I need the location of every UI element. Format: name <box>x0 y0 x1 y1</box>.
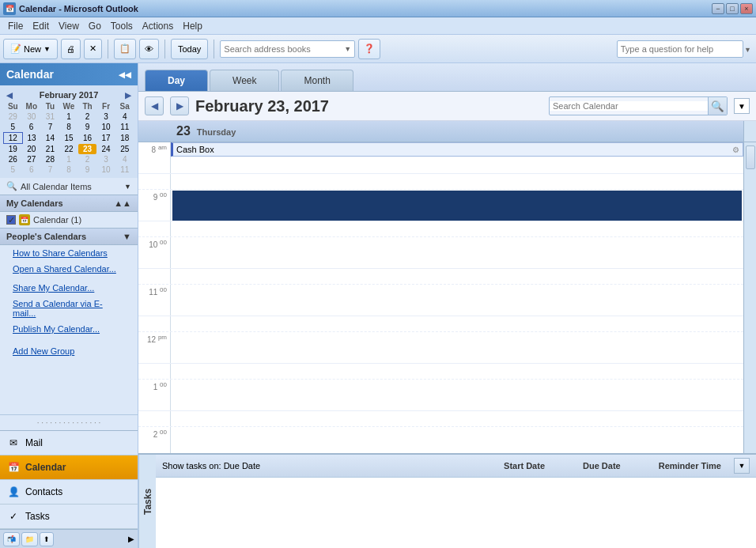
cal-day-5-next[interactable]: 5 <box>4 164 23 175</box>
cal-day-10[interactable]: 10 <box>96 122 115 133</box>
next-month-button[interactable]: ▶ <box>125 91 131 100</box>
menu-actions[interactable]: Actions <box>138 19 178 33</box>
day-cell-1pm[interactable] <box>170 380 743 410</box>
menu-edit[interactable]: Edit <box>28 19 54 33</box>
sidebar-config-icon[interactable]: ▶ <box>128 535 134 543</box>
cal-day-21[interactable]: 21 <box>41 144 60 155</box>
menu-help[interactable]: Help <box>178 19 207 33</box>
day-cell-11am[interactable] <box>170 285 743 316</box>
sidebar-collapse-button[interactable]: ◀◀ <box>119 70 131 79</box>
cal-day-7[interactable]: 7 <box>41 122 60 133</box>
scrollbar-thumb[interactable] <box>746 146 755 169</box>
tasks-expand-button[interactable]: ▼ <box>734 458 750 474</box>
cal-day-15[interactable]: 15 <box>59 133 78 144</box>
calendar-search-button[interactable]: 🔍 <box>708 96 727 115</box>
search-dropdown-icon[interactable]: ▼ <box>344 45 351 53</box>
tab-week[interactable]: Week <box>210 70 279 91</box>
address-book-search[interactable]: ▼ <box>220 40 355 58</box>
today-button[interactable]: Today <box>171 39 208 59</box>
cal-day-31-prev[interactable]: 31 <box>41 111 60 122</box>
new-button[interactable]: 📝 New ▼ <box>3 39 58 59</box>
minimize-button[interactable]: − <box>712 3 724 14</box>
cal-day-13[interactable]: 13 <box>22 133 41 144</box>
expand-button[interactable]: ▼ <box>734 98 750 114</box>
cal-day-18[interactable]: 18 <box>115 133 134 144</box>
cal-day-1[interactable]: 1 <box>59 111 78 122</box>
my-calendar-item[interactable]: ✓ 📅 Calendar (1) <box>0 212 138 228</box>
send-calendar-email-link[interactable]: Send a Calendar via E-mail... <box>0 296 138 321</box>
tab-month[interactable]: Month <box>281 70 353 91</box>
window-controls[interactable]: − □ × <box>712 3 753 14</box>
day-cell-10-30[interactable] <box>170 269 743 284</box>
publish-calendar-link[interactable]: Publish My Calendar... <box>0 321 138 337</box>
cal-day-6[interactable]: 6 <box>22 122 41 133</box>
cal-day-23-today[interactable]: 23 <box>78 144 97 155</box>
cal-day-2-next[interactable]: 2 <box>78 154 97 164</box>
nav-tasks[interactable]: ✓ Tasks <box>0 505 138 529</box>
day-cell-2pm[interactable] <box>170 427 743 453</box>
cal-day-2[interactable]: 2 <box>78 111 97 122</box>
how-to-share-link[interactable]: How to Share Calendars <box>0 245 138 261</box>
cal-day-11-next[interactable]: 11 <box>115 164 134 175</box>
cal-day-27[interactable]: 27 <box>22 154 41 164</box>
close-button[interactable]: × <box>740 3 753 14</box>
open-shared-calendar-link[interactable]: Open a Shared Calendar... <box>0 261 138 277</box>
dark-event-bar[interactable] <box>172 191 742 221</box>
menu-view[interactable]: View <box>54 19 84 33</box>
menu-go[interactable]: Go <box>84 19 106 33</box>
day-cell-8-30[interactable] <box>170 174 743 189</box>
nav-contacts[interactable]: 👤 Contacts <box>0 480 138 505</box>
add-new-group-link[interactable]: Add New Group <box>0 343 138 359</box>
help-search-area[interactable]: ▼ <box>617 40 753 58</box>
print-button[interactable]: 🖨 <box>61 39 81 59</box>
cal-day-1-next[interactable]: 1 <box>59 154 78 164</box>
calendar-checkbox[interactable]: ✓ <box>6 215 16 225</box>
menu-file[interactable]: File <box>3 19 28 33</box>
cash-box-event[interactable]: Cash Box ⚙ <box>171 142 743 157</box>
all-calendar-items-dropdown[interactable]: 🔍 All Calendar Items ▼ <box>0 178 138 195</box>
cal-day-12[interactable]: 12 <box>4 133 23 144</box>
view-button[interactable]: 👁 <box>139 39 159 59</box>
nav-calendar[interactable]: 📅 Calendar <box>0 455 138 480</box>
cal-day-7-next[interactable]: 7 <box>41 164 60 175</box>
cal-day-5[interactable]: 5 <box>4 122 23 133</box>
day-time-scroll[interactable]: 8 am Cash Box ⚙ <box>138 142 743 453</box>
sidebar-shortcuts-btn[interactable]: ⬆ <box>40 532 54 546</box>
help-input[interactable] <box>617 40 743 58</box>
cal-day-8-next[interactable]: 8 <box>59 164 78 175</box>
cal-day-26[interactable]: 26 <box>4 154 23 164</box>
tasks-grid[interactable] <box>156 478 756 548</box>
cal-day-3-next[interactable]: 3 <box>96 154 115 164</box>
cal-day-25[interactable]: 25 <box>115 144 134 155</box>
cal-day-11[interactable]: 11 <box>115 122 134 133</box>
cal-day-9-next[interactable]: 9 <box>78 164 97 175</box>
day-cell-8am[interactable]: Cash Box ⚙ <box>170 142 743 173</box>
prev-month-button[interactable]: ◀ <box>6 91 13 100</box>
next-day-button[interactable]: ▶ <box>170 96 189 115</box>
cal-day-9[interactable]: 9 <box>78 122 97 133</box>
share-my-calendar-link[interactable]: Share My Calendar... <box>0 280 138 296</box>
calendar-search-input[interactable] <box>550 101 708 111</box>
tab-day[interactable]: Day <box>145 70 208 91</box>
prev-day-button[interactable]: ◀ <box>145 96 164 115</box>
cal-day-28[interactable]: 28 <box>41 154 60 164</box>
day-cell-12pm[interactable] <box>170 332 743 363</box>
cal-day-16[interactable]: 16 <box>78 133 97 144</box>
calendar-search-box[interactable]: 🔍 <box>549 96 728 115</box>
cal-day-4-next[interactable]: 4 <box>115 154 134 164</box>
cal-day-22[interactable]: 22 <box>59 144 78 155</box>
day-cell-9-30[interactable] <box>170 221 743 236</box>
cal-day-4[interactable]: 4 <box>115 111 134 122</box>
tasks-due-date-header[interactable]: Due Date <box>583 461 621 471</box>
sidebar-folder-btn[interactable]: 📁 <box>21 532 38 546</box>
cal-day-24[interactable]: 24 <box>96 144 115 155</box>
maximize-button[interactable]: □ <box>726 3 739 14</box>
event-options-icon[interactable]: ⚙ <box>732 146 739 154</box>
peoples-calendars-header[interactable]: People's Calendars ▼ <box>0 228 138 245</box>
day-cell-10am[interactable] <box>170 237 743 268</box>
menu-tools[interactable]: Tools <box>106 19 138 33</box>
cal-day-17[interactable]: 17 <box>96 133 115 144</box>
move-button[interactable]: 📋 <box>114 39 136 59</box>
cal-day-10-next[interactable]: 10 <box>96 164 115 175</box>
sidebar-mail-btn[interactable]: 📬 <box>3 532 20 546</box>
